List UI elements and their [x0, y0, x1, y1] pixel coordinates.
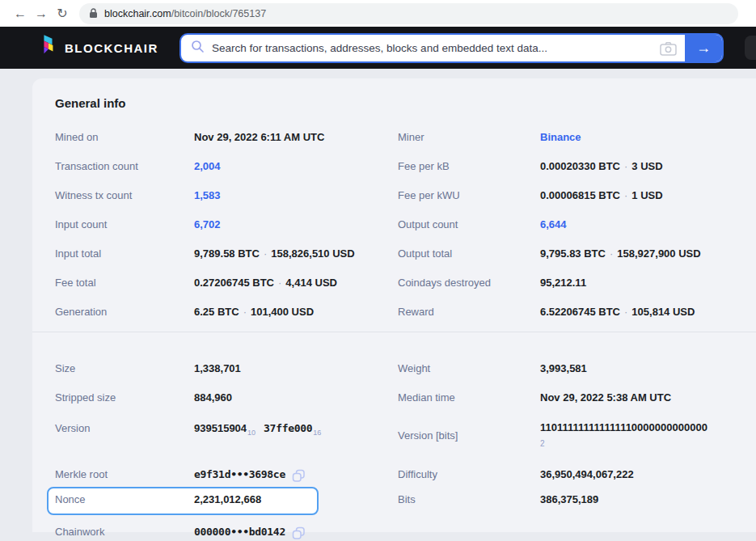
row-value: 6.52206745 BTC·105,814 USD: [540, 306, 695, 318]
row-label: Reward: [398, 306, 540, 318]
separator-dot: ·: [624, 189, 627, 201]
row-label: Transaction count: [55, 160, 194, 172]
row-value: 1,338,701: [194, 362, 241, 374]
row-median-time: Median time Nov 29, 2022 5:38 AM UTC: [398, 383, 756, 412]
general-info-left-column: Mined on Nov 29, 2022 6:11 AM UTC Transa…: [55, 122, 398, 326]
brand-name: BLOCKCHAIR: [65, 41, 158, 55]
camera-icon[interactable]: [660, 41, 677, 56]
search-input[interactable]: [205, 35, 660, 61]
row-value: Nov 29, 2022 6:11 AM UTC: [194, 131, 324, 143]
row-label: Witness tx count: [55, 189, 194, 201]
separator-dot: ·: [278, 277, 281, 289]
row-value: e9f31d•••3698ce: [194, 468, 285, 480]
row-mined-on: Mined on Nov 29, 2022 6:11 AM UTC: [55, 122, 398, 151]
row-label: Input total: [55, 247, 194, 260]
output-count-link[interactable]: 6,644: [540, 218, 567, 230]
separator-dot: ·: [243, 306, 247, 318]
separator-dot: ·: [624, 306, 627, 318]
row-transaction-count: Transaction count 2,004: [55, 151, 398, 180]
section-title: General info: [55, 96, 756, 116]
site-header: BLOCKCHAIR →: [0, 27, 756, 69]
row-witness-tx-count: Witness tx count 1,583: [55, 180, 398, 209]
row-merkle-root: Merkle root e9f31d•••3698ce: [55, 462, 398, 487]
row-label: Stripped size: [55, 391, 194, 404]
row-value: 9395159041037ffe00016: [194, 422, 321, 434]
row-label: Output count: [398, 218, 540, 230]
separator-dot: ·: [624, 160, 627, 172]
witness-tx-count-link[interactable]: 1,583: [194, 189, 221, 201]
details-right-column: Weight 3,993,581 Median time Nov 29, 202…: [398, 353, 756, 541]
header-edge-button[interactable]: [745, 36, 756, 60]
row-label: Miner: [398, 131, 540, 143]
row-label: Difficulty: [398, 468, 540, 480]
row-label: Fee per kWU: [398, 189, 540, 201]
blockchair-logo[interactable]: BLOCKCHAIR: [39, 35, 158, 61]
reload-button[interactable]: ↻: [52, 6, 73, 21]
copy-icon[interactable]: [292, 526, 306, 540]
row-value: 0.00020330 BTC·3 USD: [540, 160, 663, 172]
general-info-right-column: Miner Binance Fee per kB 0.00020330 BTC·…: [398, 122, 756, 326]
row-fee-per-kb: Fee per kB 0.00020330 BTC·3 USD: [398, 151, 756, 180]
row-label: Median time: [398, 391, 540, 404]
block-info-card: General info Mined on Nov 29, 2022 6:11 …: [32, 78, 756, 532]
row-label: Generation: [55, 306, 194, 318]
row-generation: Generation 6.25 BTC·101,400 USD: [55, 297, 398, 326]
input-count-link[interactable]: 6,702: [194, 218, 221, 230]
row-fee-total: Fee total 0.27206745 BTC·4,414 USD: [55, 268, 398, 297]
row-value: 0.00006815 BTC·1 USD: [540, 189, 663, 201]
spacer: [55, 444, 398, 462]
url-host: blockchair.com: [104, 8, 171, 19]
base-subscript: 2: [540, 437, 707, 450]
row-difficulty: Difficulty 36,950,494,067,222: [398, 462, 756, 487]
row-label: Nonce: [55, 493, 194, 505]
miner-link[interactable]: Binance: [540, 131, 581, 143]
url-path: /bitcoin/block/765137: [171, 8, 266, 19]
search-bar: →: [179, 33, 724, 63]
browser-chrome: ← → ↻ blockchair.com/bitcoin/block/76513…: [0, 0, 756, 27]
row-input-count: Input count 6,702: [55, 209, 398, 239]
search-icon: [191, 40, 205, 57]
separator-dot: ·: [610, 247, 613, 260]
back-button[interactable]: ←: [10, 6, 31, 21]
row-value: 110111111111111110000000000000 2: [540, 421, 707, 450]
row-stripped-size: Stripped size 884,960: [55, 383, 398, 412]
row-size: Size 1,338,701: [55, 353, 398, 383]
row-label: Bits: [398, 493, 540, 505]
address-bar[interactable]: blockchair.com/bitcoin/block/765137: [79, 3, 738, 24]
row-label: Version: [55, 422, 194, 434]
base-subscript: 10: [247, 429, 256, 437]
row-label: Fee total: [55, 277, 194, 289]
forward-button[interactable]: →: [31, 6, 52, 21]
row-label: Weight: [398, 362, 540, 374]
separator-dot: ·: [264, 247, 267, 260]
row-value: 9,795.83 BTC·158,927,900 USD: [540, 247, 701, 260]
row-weight: Weight 3,993,581: [398, 353, 756, 383]
row-label: Coindays destroyed: [398, 277, 540, 289]
nonce-value: 2,231,012,668: [194, 493, 261, 505]
lock-icon: [89, 8, 98, 19]
search-submit-button[interactable]: →: [685, 35, 722, 61]
transaction-count-link[interactable]: 2,004: [194, 160, 221, 172]
row-chainwork: Chainwork 000000•••bd0142: [55, 519, 398, 541]
base-subscript: 16: [313, 429, 321, 437]
row-label: Mined on: [55, 131, 194, 143]
general-info-grid: Mined on Nov 29, 2022 6:11 AM UTC Transa…: [55, 122, 756, 326]
row-output-total: Output total 9,795.83 BTC·158,927,900 US…: [398, 239, 756, 268]
row-label: Output total: [398, 247, 540, 260]
row-value: 386,375,189: [540, 493, 598, 505]
row-value: 884,960: [194, 391, 232, 404]
row-value: 0.27206745 BTC·4,414 USD: [194, 277, 337, 289]
row-coindays-destroyed: Coindays destroyed 95,212.11: [398, 268, 756, 297]
row-value: 9,789.58 BTC·158,826,510 USD: [194, 247, 355, 260]
details-grid: Size 1,338,701 Stripped size 884,960 Ver…: [55, 339, 756, 541]
row-nonce: Nonce 2,231,012,668: [55, 487, 398, 512]
row-label: Version [bits]: [398, 429, 540, 442]
row-value: 3,993,581: [540, 362, 587, 374]
row-value: 6.25 BTC·101,400 USD: [194, 306, 314, 318]
details-left-column: Size 1,338,701 Stripped size 884,960 Ver…: [55, 353, 398, 541]
row-output-count: Output count 6,644: [398, 209, 756, 239]
row-label: Merkle root: [55, 468, 194, 480]
row-value: 000000•••bd0142: [194, 526, 285, 538]
copy-icon[interactable]: [292, 469, 306, 483]
row-value: 95,212.11: [540, 277, 586, 289]
